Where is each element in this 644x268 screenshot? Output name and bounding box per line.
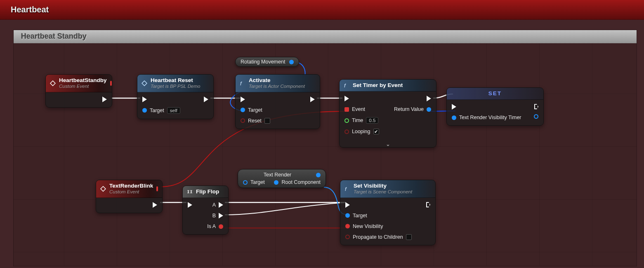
node-set[interactable]: SET Text Render Visibility Timer: [446, 87, 544, 126]
node-header[interactable]: Heartbeat Reset Target is BP PSL Demo: [137, 75, 213, 92]
node-subtitle: Target is Scene Component: [354, 189, 412, 195]
node-heartbeat-reset[interactable]: Heartbeat Reset Target is BP PSL Demo Ta…: [137, 74, 214, 119]
svg-text:f: f: [344, 82, 346, 88]
pin-exec-out[interactable]: [534, 104, 538, 109]
pin-exec-in[interactable]: [344, 96, 349, 101]
node-title: HeartbeatStandby: [59, 77, 107, 84]
pin-delegate[interactable]: [110, 81, 112, 86]
pin-reset[interactable]: Reset: [241, 118, 270, 124]
macro-icon: [187, 189, 193, 195]
node-heartbeat-standby[interactable]: HeartbeatStandby Custom Event: [45, 74, 112, 108]
pin-exec-out[interactable]: [102, 96, 107, 102]
node-header[interactable]: f Set Timer by Event: [340, 80, 436, 92]
pin-exec-in[interactable]: [142, 96, 147, 102]
var-label: Text Render: [243, 172, 312, 178]
pin-exec-b[interactable]: B: [212, 213, 223, 219]
node-header[interactable]: SET: [447, 88, 543, 100]
node-title: Set Timer by Event: [353, 82, 403, 89]
node-set-timer[interactable]: f Set Timer by Event Event Time 0.5: [339, 79, 436, 148]
node-title: SET: [488, 90, 502, 97]
pin-exec-in[interactable]: [188, 202, 192, 208]
pin-output-object[interactable]: [316, 173, 321, 177]
pin-target[interactable]: Target self: [142, 107, 180, 114]
node-header[interactable]: Flip Flop: [183, 186, 228, 198]
pin-exec-out[interactable]: [310, 96, 315, 102]
node-title: Heartbeat Reset: [151, 77, 200, 84]
svg-text:f: f: [345, 186, 347, 192]
event-icon: [50, 80, 56, 86]
node-subtitle: Custom Event: [59, 84, 107, 89]
pin-exec-out[interactable]: [427, 96, 431, 101]
pin-return-value[interactable]: Return Value: [394, 106, 431, 112]
node-title: Activate: [249, 77, 305, 84]
pin-root-component[interactable]: Root Component: [274, 179, 321, 185]
input-time[interactable]: 0.5: [366, 117, 378, 124]
pin-exec-a[interactable]: A: [212, 202, 223, 208]
svg-marker-4: [101, 186, 106, 191]
node-header[interactable]: TextRenderBlink Custom Event: [96, 180, 162, 198]
pin-new-visibility[interactable]: New Visibility: [345, 223, 383, 229]
pin-var-in[interactable]: Text Render Visibility Timer: [452, 115, 521, 120]
pin-exec-in[interactable]: [345, 202, 350, 208]
node-title: Flip Flop: [196, 188, 219, 195]
node-subtitle: Custom Event: [109, 189, 153, 195]
node-subtitle: Target is Actor Component: [249, 84, 305, 89]
function-icon: [142, 80, 147, 86]
node-text-render-blink[interactable]: TextRenderBlink Custom Event: [96, 180, 163, 213]
function-icon: f: [344, 82, 349, 88]
pin-target[interactable]: Target: [243, 179, 265, 185]
pin-exec-out[interactable]: [153, 202, 157, 208]
pin-exec-out[interactable]: [426, 202, 430, 207]
wires-layer: [0, 0, 644, 268]
var-label: Rotating Movement: [241, 59, 285, 65]
checkbox-looping[interactable]: [373, 129, 379, 134]
checkbox-reset[interactable]: [264, 118, 270, 124]
var-rotating-movement[interactable]: Rotating Movement: [235, 57, 299, 67]
svg-text:f: f: [240, 80, 242, 86]
node-header[interactable]: HeartbeatStandby Custom Event: [46, 75, 112, 92]
pin-looping[interactable]: Looping: [344, 129, 379, 134]
input-target-self[interactable]: self: [167, 107, 180, 114]
var-text-render[interactable]: Text Render Target Root Component: [238, 169, 326, 188]
pin-exec-in[interactable]: [452, 104, 456, 110]
node-header[interactable]: f Set Visibility Target is Scene Compone…: [340, 180, 435, 198]
svg-marker-0: [50, 81, 55, 86]
node-flip-flop[interactable]: Flip Flop A B Is A: [182, 186, 229, 235]
function-icon: f: [240, 80, 245, 86]
svg-marker-1: [142, 81, 147, 86]
pin-propagate[interactable]: Propagate to Children: [345, 234, 412, 240]
pin-exec-out[interactable]: [204, 96, 208, 102]
pin-output-object[interactable]: [289, 60, 294, 64]
node-title: TextRenderBlink: [109, 183, 153, 189]
pin-target[interactable]: Target: [241, 107, 262, 113]
pin-is-a[interactable]: Is A: [207, 223, 223, 229]
pin-event[interactable]: Event: [344, 106, 365, 112]
checkbox-propagate[interactable]: [406, 234, 412, 240]
graph-canvas[interactable]: Rotating Movement HeartbeatStandby Custo…: [0, 0, 644, 268]
event-icon: [100, 186, 106, 192]
pin-exec-in[interactable]: [241, 96, 245, 102]
pin-time[interactable]: Time 0.5: [344, 117, 378, 124]
node-activate[interactable]: f Activate Target is Actor Component Tar…: [235, 74, 320, 129]
node-title: Set Visibility: [354, 183, 412, 189]
node-subtitle: Target is BP PSL Demo: [151, 84, 200, 89]
pin-target[interactable]: Target: [345, 213, 367, 219]
function-icon: f: [344, 186, 350, 192]
pin-var-out[interactable]: [534, 114, 538, 119]
pin-delegate[interactable]: [156, 186, 158, 191]
node-set-visibility[interactable]: f Set Visibility Target is Scene Compone…: [340, 180, 436, 245]
node-header[interactable]: f Activate Target is Actor Component: [236, 75, 320, 92]
expand-chevron-icon[interactable]: ⌄: [340, 139, 436, 147]
